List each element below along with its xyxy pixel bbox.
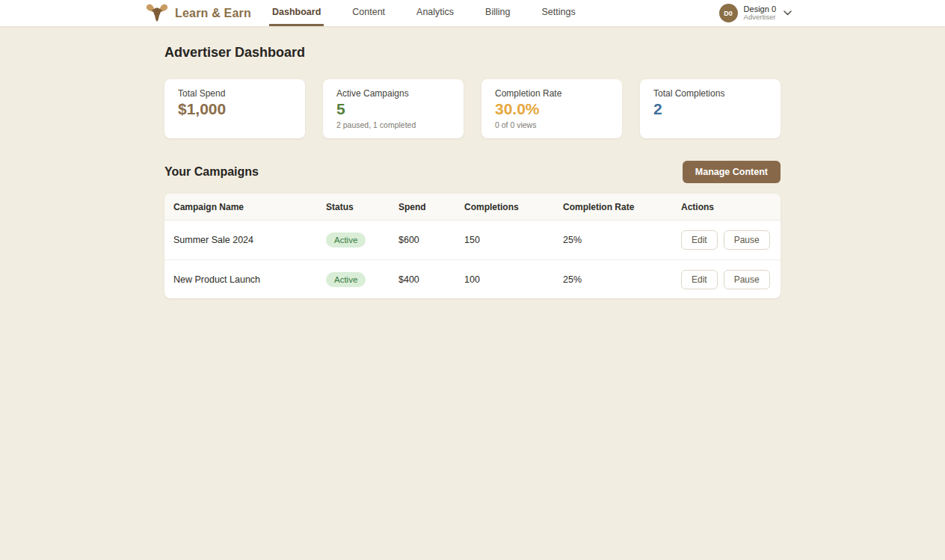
stat-card-completion-rate: Completion Rate 30.0% 0 of 0 views [481, 79, 622, 138]
main-content: Advertiser Dashboard Total Spend $1,000 … [164, 45, 781, 298]
campaigns-section-title: Your Campaigns [164, 165, 259, 179]
edit-button[interactable]: Edit [681, 270, 718, 289]
nav-item-billing[interactable]: Billing [482, 0, 513, 26]
avatar: D0 [719, 4, 738, 22]
nav-item-settings[interactable]: Settings [538, 0, 578, 26]
brand[interactable]: Learn & Earn [146, 3, 251, 23]
stats-row: Total Spend $1,000 Active Campaigns 5 2 … [164, 79, 781, 138]
table-row: New Product Launch Active $400 100 25% E… [164, 259, 781, 298]
chevron-down-icon [784, 10, 792, 16]
user-role: Advertiser [744, 13, 776, 22]
campaign-spend: $400 [398, 274, 464, 285]
page-title: Advertiser Dashboard [164, 45, 781, 61]
stat-value: 2 [653, 100, 767, 118]
nav-item-dashboard[interactable]: Dashboard [269, 0, 324, 26]
campaign-completion-rate: 25% [563, 235, 681, 245]
stat-label: Total Completions [653, 88, 767, 99]
campaign-completions: 100 [464, 274, 563, 285]
stat-card-active-campaigns: Active Campaigns 5 2 paused, 1 completed [323, 79, 464, 138]
status-badge: Active [326, 272, 366, 287]
pause-button[interactable]: Pause [724, 270, 770, 289]
nav-item-content[interactable]: Content [349, 0, 388, 26]
column-header-status: Status [326, 202, 398, 212]
stat-value: 5 [336, 100, 450, 118]
campaign-name: New Product Launch [173, 274, 326, 285]
pause-button[interactable]: Pause [724, 230, 770, 250]
manage-content-button[interactable]: Manage Content [683, 161, 781, 183]
stat-label: Total Spend [178, 88, 292, 99]
stat-sub [653, 120, 767, 129]
campaign-completions: 150 [464, 235, 563, 245]
moose-logo-icon [146, 3, 168, 23]
main-nav: Dashboard Content Analytics Billing Sett… [269, 0, 579, 26]
column-header-spend: Spend [398, 202, 464, 212]
table-row: Summer Sale 2024 Active $600 150 25% Edi… [164, 221, 781, 259]
campaign-spend: $600 [398, 235, 464, 245]
nav-item-analytics[interactable]: Analytics [413, 0, 457, 26]
stat-label: Active Campaigns [336, 88, 450, 99]
table-header-row: Campaign Name Status Spend Completions C… [164, 194, 781, 221]
stat-card-total-spend: Total Spend $1,000 [164, 79, 305, 138]
campaigns-section-header: Your Campaigns Manage Content [164, 161, 781, 183]
stat-value: $1,000 [178, 100, 292, 118]
status-badge: Active [326, 233, 366, 247]
stat-card-total-completions: Total Completions 2 [640, 79, 781, 138]
column-header-campaign-name: Campaign Name [173, 202, 326, 212]
column-header-completions: Completions [464, 202, 563, 212]
campaign-completion-rate: 25% [563, 274, 681, 285]
stat-sub: 2 paused, 1 completed [336, 120, 450, 129]
campaign-name: Summer Sale 2024 [173, 235, 326, 245]
brand-name: Learn & Earn [175, 7, 251, 20]
edit-button[interactable]: Edit [681, 230, 718, 250]
campaigns-table: Campaign Name Status Spend Completions C… [164, 194, 781, 298]
stat-label: Completion Rate [495, 88, 609, 99]
column-header-completion-rate: Completion Rate [563, 202, 681, 212]
column-header-actions: Actions [681, 202, 781, 212]
stat-sub: 0 of 0 views [495, 120, 609, 129]
stat-value: 30.0% [495, 100, 609, 118]
stat-sub [178, 120, 292, 129]
top-nav-bar: Learn & Earn Dashboard Content Analytics… [0, 0, 945, 26]
user-menu[interactable]: D0 Design 0 Advertiser [719, 4, 792, 22]
